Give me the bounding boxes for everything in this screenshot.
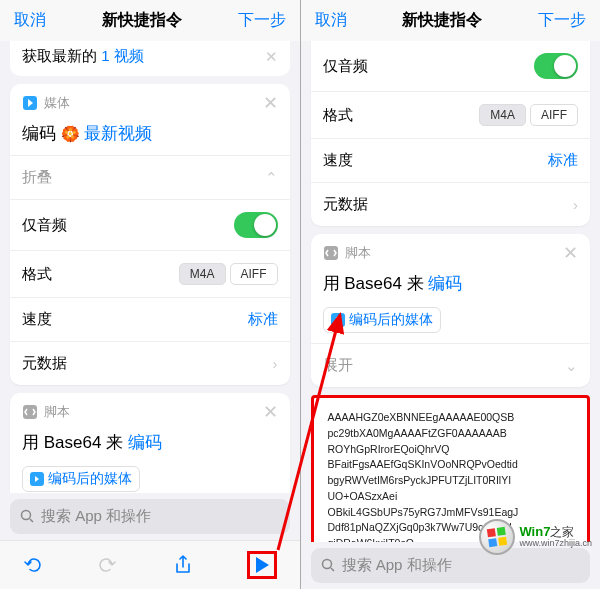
search-icon: [20, 509, 35, 524]
redo-button: [98, 555, 118, 575]
script-icon: [323, 245, 339, 261]
search-placeholder: 搜索 App 和操作: [342, 556, 452, 575]
output-line: OBkiL4GSbUPs75yRG7JmMFVs91EagJ: [328, 505, 574, 521]
format-row: 格式 M4A AIFF: [10, 250, 290, 297]
input-variable-token[interactable]: 编码后的媒体: [22, 466, 140, 492]
bottom-toolbar: [0, 540, 300, 589]
format-aiff-button[interactable]: AIFF: [530, 104, 578, 126]
output-line: pc29tbXA0MgAAAAFtZGF0AAAAAAB: [328, 426, 574, 442]
navbar: 取消 新快捷指令 下一步: [0, 0, 300, 41]
svg-rect-10: [489, 538, 498, 547]
audio-only-toggle[interactable]: [534, 53, 578, 79]
script-icon: [22, 404, 38, 420]
previous-action-card[interactable]: 获取最新的 1 视频 ✕: [10, 41, 290, 76]
output-line: AAAAHGZ0eXBNNEEgAAAAAE00QSB: [328, 410, 574, 426]
left-content: 获取最新的 1 视频 ✕ 媒体 ✕ 编码 🏵️ 最新视频 折叠 ⌃: [0, 41, 300, 493]
encode-decode-link[interactable]: 编码: [428, 274, 462, 293]
search-icon: [321, 558, 336, 573]
format-m4a-button[interactable]: M4A: [179, 263, 226, 285]
media-icon: [22, 95, 38, 111]
chevron-down-icon: ⌄: [565, 357, 578, 375]
close-icon[interactable]: ✕: [263, 92, 278, 114]
cancel-button[interactable]: 取消: [14, 10, 46, 31]
audio-only-row: 仅音频: [10, 199, 290, 250]
format-row: 格式 M4A AIFF: [311, 91, 591, 138]
metadata-row[interactable]: 元数据 ›: [10, 341, 290, 385]
run-button-highlight: [247, 551, 277, 579]
close-icon[interactable]: ✕: [265, 48, 278, 66]
format-segmented-control[interactable]: M4A AIFF: [479, 104, 578, 126]
play-icon: [254, 556, 270, 574]
share-button[interactable]: [174, 555, 192, 575]
card-category: 脚本: [345, 244, 371, 262]
output-line: ROYhGpRIrorEQoiQhrVQ: [328, 442, 574, 458]
collapse-row[interactable]: 折叠 ⌃: [10, 155, 290, 199]
action-title: 用 Base64 来 编码: [10, 427, 290, 464]
output-line: BFaitFgsAAEfGqSKInVOoNRQPvOedtid: [328, 457, 574, 473]
right-pane: 取消 新快捷指令 下一步 仅音频 格式 M4A AIFF 速度: [301, 0, 601, 589]
format-m4a-button[interactable]: M4A: [479, 104, 526, 126]
chevron-right-icon: ›: [573, 196, 578, 213]
redo-icon: [98, 555, 118, 575]
windows-flag-icon: [479, 519, 515, 555]
navbar: 取消 新快捷指令 下一步: [301, 0, 601, 41]
svg-point-3: [22, 511, 31, 520]
svg-rect-8: [487, 528, 496, 537]
undo-icon: [22, 555, 42, 575]
format-aiff-button[interactable]: AIFF: [230, 263, 278, 285]
search-bar[interactable]: 搜索 App 和操作: [10, 499, 290, 534]
svg-point-6: [322, 560, 331, 569]
audio-only-row: 仅音频: [311, 41, 591, 91]
undo-button[interactable]: [22, 555, 42, 575]
expand-row[interactable]: 展开 ⌄: [311, 343, 591, 387]
action-title: 用 Base64 来 编码: [311, 268, 591, 305]
action-title: 编码 🏵️ 最新视频: [10, 118, 290, 155]
speed-row[interactable]: 速度 标准: [311, 138, 591, 182]
media-icon: [30, 472, 44, 486]
chevron-up-icon: ⌃: [265, 169, 278, 187]
output-line: UO+OASzxAei: [328, 489, 574, 505]
input-variable-token[interactable]: 编码后的媒体: [323, 307, 441, 333]
chevron-right-icon: ›: [273, 355, 278, 372]
input-variable-link[interactable]: 最新视频: [84, 124, 152, 143]
next-button[interactable]: 下一步: [238, 10, 286, 31]
speed-row[interactable]: 速度 标准: [10, 297, 290, 341]
encode-media-action-card: 仅音频 格式 M4A AIFF 速度 标准 元数据 ›: [311, 41, 591, 226]
page-title: 新快捷指令: [102, 10, 182, 31]
photos-icon: 🏵️: [61, 125, 80, 142]
audio-only-toggle[interactable]: [234, 212, 278, 238]
output-line: bgyRWVetIM6rsPyckJPFUTZjLIT0RIlYI: [328, 473, 574, 489]
format-segmented-control[interactable]: M4A AIFF: [179, 263, 278, 285]
svg-rect-9: [497, 527, 506, 536]
encode-media-action-card: 媒体 ✕ 编码 🏵️ 最新视频 折叠 ⌃ 仅音频 格式: [10, 84, 290, 385]
left-pane: 取消 新快捷指令 下一步 获取最新的 1 视频 ✕ 媒体 ✕ 编码 🏵️ 最新视…: [0, 0, 300, 589]
metadata-row[interactable]: 元数据 ›: [311, 182, 591, 226]
media-icon: [331, 313, 345, 327]
base64-action-card: 脚本 ✕ 用 Base64 来 编码 编码后的媒体 展开 ⌄: [10, 393, 290, 493]
card-category: 媒体: [44, 94, 70, 112]
card-category: 脚本: [44, 403, 70, 421]
search-placeholder: 搜索 App 和操作: [41, 507, 151, 526]
svg-rect-11: [499, 537, 508, 546]
right-content: 仅音频 格式 M4A AIFF 速度 标准 元数据 ›: [301, 41, 601, 542]
encode-decode-link[interactable]: 编码: [128, 433, 162, 452]
cancel-button[interactable]: 取消: [315, 10, 347, 31]
page-title: 新快捷指令: [402, 10, 482, 31]
share-icon: [174, 555, 192, 575]
watermark-logo: Win7之家 www.win7zhijia.cn: [479, 519, 592, 555]
close-icon[interactable]: ✕: [563, 242, 578, 264]
close-icon[interactable]: ✕: [263, 401, 278, 423]
next-button[interactable]: 下一步: [538, 10, 586, 31]
run-button[interactable]: [254, 556, 270, 574]
base64-action-card: 脚本 ✕ 用 Base64 来 编码 编码后的媒体 展开 ⌄: [311, 234, 591, 387]
